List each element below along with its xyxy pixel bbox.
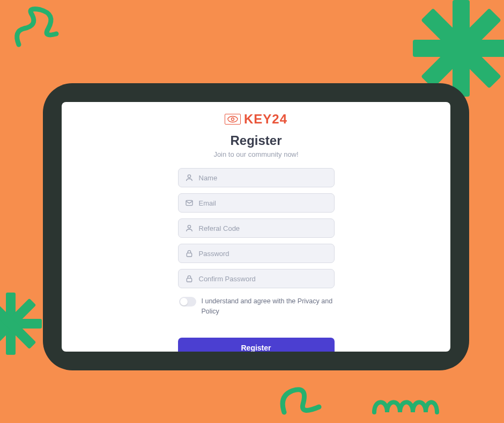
logo-text: KEY24 bbox=[244, 112, 287, 127]
user-icon bbox=[185, 224, 194, 232]
screen-content: KEY24 Register Join to our community now… bbox=[62, 102, 450, 352]
email-input[interactable] bbox=[199, 199, 328, 207]
page-title: Register bbox=[230, 133, 281, 148]
referral-input[interactable] bbox=[199, 224, 328, 232]
referral-field-wrap[interactable] bbox=[178, 218, 335, 238]
password-field-wrap[interactable] bbox=[178, 244, 335, 263]
mail-icon bbox=[185, 199, 194, 207]
tablet-frame: KEY24 Register Join to our community now… bbox=[43, 83, 469, 370]
register-button[interactable]: Register bbox=[178, 338, 335, 352]
lock-icon bbox=[185, 274, 194, 283]
svg-rect-13 bbox=[187, 253, 191, 257]
register-form: I understand and agree with the Privacy … bbox=[178, 168, 335, 352]
name-input[interactable] bbox=[199, 174, 328, 182]
agree-toggle[interactable] bbox=[179, 297, 196, 307]
agree-row: I understand and agree with the Privacy … bbox=[178, 296, 335, 317]
confirm-password-input[interactable] bbox=[199, 275, 328, 283]
decoration-asterisk-small bbox=[0, 289, 46, 359]
name-field-wrap[interactable] bbox=[178, 168, 335, 187]
page-subtitle: Join to our community now! bbox=[213, 150, 298, 158]
svg-point-12 bbox=[188, 225, 190, 228]
lock-icon bbox=[185, 249, 194, 258]
svg-point-9 bbox=[231, 118, 234, 121]
decoration-curve bbox=[273, 375, 332, 418]
email-field-wrap[interactable] bbox=[178, 193, 335, 213]
agree-label: I understand and agree with the Privacy … bbox=[202, 296, 335, 317]
user-icon bbox=[185, 173, 194, 182]
svg-point-10 bbox=[188, 175, 190, 178]
logo-eye-icon bbox=[225, 114, 241, 125]
password-input[interactable] bbox=[199, 250, 328, 258]
logo: KEY24 bbox=[225, 112, 287, 127]
decoration-coil bbox=[370, 383, 440, 420]
svg-point-8 bbox=[228, 116, 238, 122]
svg-rect-14 bbox=[187, 278, 191, 282]
confirm-password-field-wrap[interactable] bbox=[178, 269, 335, 288]
decoration-squiggle bbox=[11, 4, 70, 53]
